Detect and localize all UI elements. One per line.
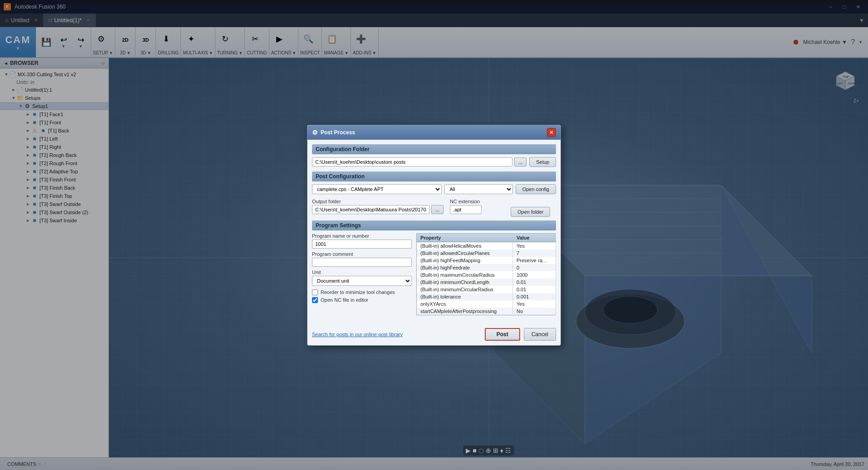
open-nc-checkbox-row: Open NC file in editor [312,297,412,303]
config-folder-section: Configuration Folder ... Setup [312,144,556,167]
reorder-checkbox[interactable] [312,289,318,295]
props-cell-property-9: startCAMpleteAfterPostprocessing [417,308,513,315]
dialog-title-icon: ⚙ [312,129,318,136]
props-row-6: (Built-in) minimumCircularRadius0.01 [417,286,556,293]
dialog-footer: Search for posts in our online post libr… [307,324,561,345]
nc-extension-label: NC extension [450,199,504,204]
props-cell-property-2: (Built-in) highFeedMapping [417,257,513,264]
properties-table: Property Value (Built-in) allowHelicalMo… [416,233,556,315]
post-config-dropdown[interactable]: camplete.cps - CAMplete APT fanuc.cps - … [312,184,442,194]
props-cell-property-4: (Built-in) maximumCircularRadius [417,271,513,279]
props-row-0: (Built-in) allowHelicalMovesYes [417,242,556,250]
props-row-1: (Built-in) allowedCircularPlanes7 [417,250,556,257]
reorder-checkbox-row: Reorder to minimize tool changes [312,289,412,295]
dialog-title-text: Post Process [321,129,355,136]
dialog-close-button[interactable]: ✕ [547,128,556,137]
config-folder-input-wrap: ... [312,157,527,166]
prog-comment-label: Program comment [312,251,412,257]
output-folder-input-wrap: ... [312,205,444,214]
dialog-title: ⚙ Post Process [312,129,355,136]
value-col-header: Value [512,233,556,242]
props-cell-property-8: onlyXYArcs [417,300,513,308]
props-cell-property-5: (Built-in) minimumChordLength [417,279,513,286]
props-row-9: startCAMpleteAfterPostprocessingNo [417,308,556,315]
property-col-header: Property [417,233,513,242]
prog-comment-input[interactable] [312,258,412,267]
props-cell-value-0: Yes [512,242,556,250]
props-row-2: (Built-in) highFeedMappingPreserve ra... [417,257,556,264]
props-row-5: (Built-in) minimumChordLength0.01 [417,279,556,286]
unit-dropdown[interactable]: Document unit Millimeters Inches [312,276,412,286]
props-cell-property-6: (Built-in) minimumCircularRadius [417,286,513,293]
reorder-label: Reorder to minimize tool changes [321,289,395,295]
dialog-body: Configuration Folder ... Setup Post Conf… [307,140,561,324]
nc-extension-input[interactable] [450,205,482,214]
props-cell-value-9: No [512,308,556,315]
output-folder-label: Output folder [312,199,444,204]
post-config-section: Post Configuration camplete.cps - CAMple… [312,171,556,194]
props-cell-value-1: 7 [512,250,556,257]
config-folder-header: Configuration Folder [312,144,556,154]
program-settings-content: Program name or number Program comment U… [312,233,556,315]
post-filter-dropdown[interactable]: All [444,184,512,194]
config-folder-input[interactable] [312,157,512,166]
props-cell-value-6: 0.01 [512,286,556,293]
unit-label: Unit [312,269,412,275]
properties-header-row: Property Value [417,233,556,242]
props-cell-property-3: (Built-in) highFeedrate [417,264,513,271]
props-row-8: onlyXYArcsYes [417,300,556,308]
open-folder-button[interactable]: Open folder [511,207,550,217]
props-cell-property-1: (Built-in) allowedCircularPlanes [417,250,513,257]
properties-col: Property Value (Built-in) allowHelicalMo… [416,233,556,315]
prog-name-input[interactable] [312,240,412,249]
footer-buttons: Post Cancel [485,328,556,341]
config-folder-row: ... Setup [312,157,556,167]
search-posts-link[interactable]: Search for posts in our online post libr… [312,332,403,337]
setup-button-dialog[interactable]: Setup [529,157,556,167]
program-settings-left: Program name or number Program comment U… [312,233,412,315]
program-settings-header: Program Settings [312,220,556,230]
output-folder-col: Output folder ... [312,199,444,214]
props-cell-property-0: (Built-in) allowHelicalMoves [417,242,513,250]
cancel-button-dialog[interactable]: Cancel [524,328,556,341]
open-nc-label: Open NC file in editor [321,297,368,303]
props-cell-value-2: Preserve ra... [512,257,556,264]
props-cell-value-5: 0.01 [512,279,556,286]
post-config-header: Post Configuration [312,171,556,181]
dialog-titlebar: ⚙ Post Process ✕ [307,125,561,140]
config-folder-browse-button[interactable]: ... [514,157,527,166]
props-cell-value-4: 1000 [512,271,556,279]
nc-extension-col: NC extension [450,199,504,214]
props-cell-value-3: 0 [512,264,556,271]
post-process-dialog: ⚙ Post Process ✕ Configuration Folder ..… [307,125,561,346]
props-row-3: (Built-in) highFeedrate0 [417,264,556,271]
properties-table-header: Property Value [417,233,556,242]
dialog-overlay: ⚙ Post Process ✕ Configuration Folder ..… [0,0,868,470]
program-settings-section: Program Settings Program name or number … [312,220,556,315]
open-nc-checkbox[interactable] [312,297,318,303]
props-row-7: (Built-in) tolerance0.001 [417,293,556,300]
props-cell-value-8: Yes [512,300,556,308]
output-row: Output folder ... NC extension Open fold… [312,199,556,217]
props-cell-property-7: (Built-in) tolerance [417,293,513,300]
open-folder-col: Open folder [511,199,556,217]
props-row-4: (Built-in) maximumCircularRadius1000 [417,271,556,279]
output-folder-browse-button[interactable]: ... [431,205,444,214]
props-cell-value-7: 0.001 [512,293,556,300]
prog-name-label: Program name or number [312,233,412,239]
properties-table-body: (Built-in) allowHelicalMovesYes(Built-in… [417,242,556,315]
output-folder-input[interactable] [312,205,429,214]
open-config-button[interactable]: Open config [516,184,556,194]
post-button[interactable]: Post [485,328,520,341]
post-config-row: camplete.cps - CAMplete APT fanuc.cps - … [312,184,556,194]
